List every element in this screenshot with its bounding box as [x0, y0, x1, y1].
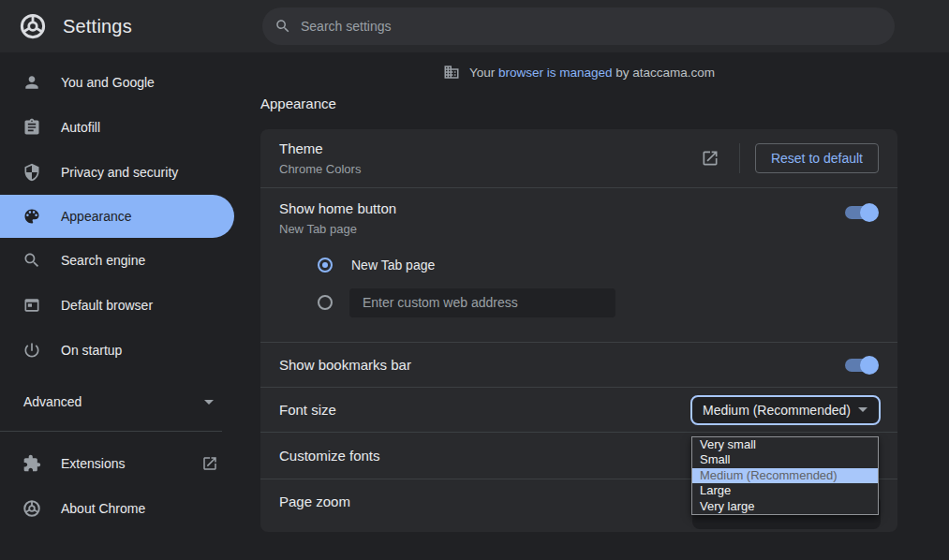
- sidebar-item-label: About Chrome: [61, 501, 145, 516]
- sidebar-item-extensions[interactable]: Extensions: [0, 441, 234, 486]
- sidebar-item-label: Autofill: [61, 120, 100, 135]
- reset-to-default-button[interactable]: Reset to default: [755, 143, 879, 173]
- page-title: Settings: [63, 16, 132, 37]
- sidebar-item-advanced[interactable]: Advanced: [0, 379, 234, 424]
- chrome-logo-icon: [19, 12, 47, 40]
- search-icon: [22, 251, 41, 270]
- sidebar-item-label: Privacy and security: [61, 165, 178, 180]
- show-bookmarks-bar-title: Show bookmarks bar: [279, 357, 845, 373]
- search-input[interactable]: [301, 7, 895, 45]
- sidebar-item-label: Appearance: [61, 209, 132, 224]
- divider: [0, 431, 222, 432]
- notice-suffix: by ataccama.com: [615, 66, 715, 80]
- managed-notice[interactable]: Your browser is managed by ataccama.com: [260, 52, 897, 92]
- font-size-option-highlighted[interactable]: Medium (Recommended): [692, 468, 878, 483]
- font-size-option[interactable]: Large: [692, 483, 878, 498]
- newtab-radio[interactable]: [318, 258, 333, 273]
- font-size-select[interactable]: Medium (Recommended): [690, 395, 881, 425]
- font-size-option[interactable]: Very small: [692, 437, 878, 452]
- puzzle-icon: [22, 454, 41, 473]
- notice-prefix: Your: [469, 66, 495, 80]
- sidebar-item-label: Extensions: [61, 456, 125, 471]
- toggle-knob: [860, 356, 879, 375]
- sidebar: You and Google Autofill Privacy and secu…: [0, 52, 234, 560]
- show-home-button-title: Show home button: [279, 200, 845, 216]
- sidebar-item-label: You and Google: [61, 75, 155, 90]
- newtab-radio-label: New Tab page: [351, 258, 435, 273]
- home-button-custom-option: [260, 284, 897, 321]
- home-button-newtab-option: New Tab page: [260, 246, 897, 284]
- sidebar-item-privacy-and-security[interactable]: Privacy and security: [0, 150, 234, 195]
- sidebar-item-label: Default browser: [61, 298, 153, 313]
- custom-address-radio[interactable]: [318, 295, 333, 310]
- font-size-label: Font size: [279, 402, 690, 418]
- show-bookmarks-bar-row: Show bookmarks bar: [260, 343, 897, 387]
- sidebar-item-search-engine[interactable]: Search engine: [0, 238, 234, 283]
- theme-subtitle: Chrome Colors: [279, 162, 701, 176]
- open-in-new-icon[interactable]: [701, 149, 719, 168]
- custom-web-address-input[interactable]: [349, 288, 615, 317]
- person-icon: [22, 73, 41, 92]
- sidebar-item-about-chrome[interactable]: About Chrome: [0, 486, 234, 531]
- sidebar-item-label: Search engine: [61, 253, 145, 268]
- spacer: [260, 321, 897, 342]
- toggle-knob: [860, 203, 879, 222]
- show-bookmarks-bar-toggle[interactable]: [845, 359, 877, 372]
- chrome-icon: [22, 499, 41, 518]
- sidebar-item-label: On startup: [61, 343, 122, 358]
- sidebar-item-autofill[interactable]: Autofill: [0, 105, 234, 150]
- search-bar[interactable]: [262, 7, 895, 45]
- browser-window-icon: [22, 296, 41, 315]
- open-in-new-icon: [201, 455, 218, 472]
- header: Settings: [0, 0, 949, 52]
- sidebar-item-on-startup[interactable]: On startup: [0, 328, 234, 373]
- font-size-option[interactable]: Small: [692, 452, 878, 467]
- chevron-down-icon: [204, 400, 214, 405]
- sidebar-item-you-and-google[interactable]: You and Google: [0, 60, 234, 105]
- theme-row[interactable]: Theme Chrome Colors Reset to default: [260, 129, 897, 187]
- managed-link[interactable]: browser is managed: [498, 66, 613, 80]
- chevron-down-icon: [858, 407, 867, 412]
- show-home-button-subtitle: New Tab page: [279, 222, 845, 236]
- shield-icon: [22, 163, 41, 182]
- font-size-row: Font size Medium (Recommended): [260, 388, 897, 432]
- show-home-button-toggle[interactable]: [845, 206, 877, 219]
- font-size-option[interactable]: Very large: [692, 499, 878, 514]
- organization-building-icon: [443, 64, 460, 81]
- font-size-dropdown: Very small Small Medium (Recommended) La…: [691, 436, 879, 515]
- divider: [739, 143, 740, 173]
- advanced-label: Advanced: [23, 394, 82, 409]
- theme-title: Theme: [279, 140, 701, 156]
- sidebar-item-default-browser[interactable]: Default browser: [0, 283, 234, 328]
- show-home-button-row: Show home button New Tab page: [260, 188, 897, 246]
- palette-icon: [22, 207, 41, 226]
- section-title: Appearance: [260, 96, 949, 111]
- power-icon: [22, 341, 41, 360]
- search-icon: [274, 18, 291, 35]
- sidebar-item-appearance[interactable]: Appearance: [0, 195, 234, 238]
- managed-notice-text: Your browser is managed by ataccama.com: [469, 66, 715, 80]
- font-size-selected-value: Medium (Recommended): [703, 403, 858, 418]
- autofill-icon: [22, 118, 41, 137]
